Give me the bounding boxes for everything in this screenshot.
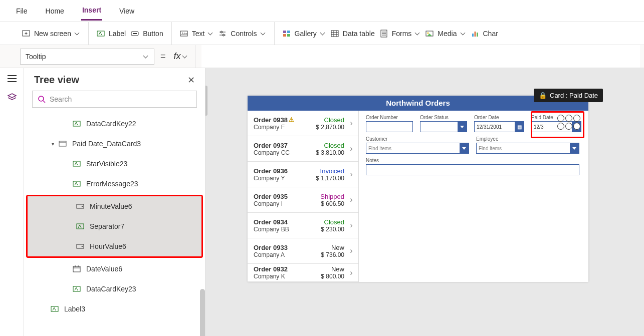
label-customer: Customer [366,136,469,142]
charts-button[interactable]: Char [471,30,498,38]
input-notes[interactable] [366,164,579,175]
tree-item-starvisible23[interactable]: StarVisible23 [24,154,205,174]
order-row[interactable]: Order 0933Company ANew$ 736.00› [248,238,358,264]
order-row[interactable]: Order 0936Company YInvoiced$ 1,170.00› [248,162,358,187]
hamburger-icon[interactable] [8,75,17,82]
search-icon [38,95,46,103]
tree-view-title: Tree view [34,74,79,86]
chevron-down-icon [75,32,80,35]
tree-item-label3[interactable]: Label3 [24,299,205,319]
order-row[interactable]: Order 0934Company BBClosed$ 230.00› [248,213,358,238]
new-screen-button[interactable]: New screen [22,30,80,38]
label-icon [97,30,105,38]
data-table-icon [331,30,339,38]
gallery-icon [283,30,291,38]
lock-icon: 🔒 [539,92,547,99]
chevron-right-icon: › [347,221,355,229]
tree-item-hourvalue6[interactable]: HourValue6 [28,236,201,256]
canvas-scrollbar[interactable] [205,86,207,116]
tree-item-errormessage23[interactable]: ErrorMessage23 [24,174,205,194]
tree-item-paid-date-datacard[interactable]: ▾ Paid Date_DataCard3 [24,134,205,154]
selection-tooltip: 🔒 Card : Paid Date [534,89,603,102]
order-row[interactable]: Order 0932Company KNew$ 800.00› [248,264,358,282]
chevron-down-icon [415,32,420,35]
datepicker-icon [72,264,81,273]
svg-rect-12 [283,31,286,33]
order-row[interactable]: Order 0938⚠Company FClosed$ 2,870.00› [248,111,358,136]
tree-search-input[interactable]: Search [32,91,197,108]
equals-sign: = [160,51,166,62]
menu-insert[interactable]: Insert [81,1,102,21]
input-customer[interactable]: Find items [366,143,469,154]
chevron-down-icon [321,32,326,35]
chevron-down-icon [183,55,188,58]
svg-point-26 [427,32,429,34]
chevron-down-icon [144,55,149,58]
label-icon [76,222,85,231]
svg-line-31 [43,101,45,103]
label-notes: Notes [366,158,581,163]
order-row[interactable]: Order 0935Company IShipped$ 606.50› [248,187,358,213]
forms-button[interactable]: Forms [380,30,421,38]
property-dropdown[interactable]: Tooltip [20,49,154,65]
svg-rect-33 [59,141,66,146]
scrollbar-thumb[interactable] [200,289,205,336]
label-order-status: Order Status [420,115,467,120]
svg-point-30 [39,96,44,101]
gallery-button[interactable]: Gallery [283,30,326,38]
tree-item-separator7[interactable]: Separator7 [28,216,201,236]
formula-input[interactable] [201,45,640,68]
controls-button[interactable]: Controls [219,30,266,38]
menu-home[interactable]: Home [45,2,65,20]
charts-icon [471,30,479,38]
svg-rect-28 [474,32,476,37]
input-order-number[interactable] [366,121,413,132]
text-icon: Abc [180,30,188,38]
svg-rect-14 [283,34,286,37]
svg-rect-5 [133,33,137,34]
chevron-right-icon: › [347,196,355,204]
order-gallery[interactable]: Order 0938⚠Company FClosed$ 2,870.00›Ord… [248,111,359,282]
warning-icon: ⚠ [289,116,294,123]
menu-file[interactable]: File [15,2,29,20]
button-button[interactable]: Button [131,30,163,38]
svg-text:Abc: Abc [181,32,188,36]
input-order-date[interactable]: 12/31/2001▦ [474,121,524,132]
chevron-down-icon [261,32,266,35]
order-row[interactable]: Order 0937Company CCClosed$ 3,810.00› [248,136,358,162]
label-icon [72,119,81,128]
selection-handles[interactable] [557,115,586,129]
svg-rect-27 [472,34,474,37]
menu-view[interactable]: View [118,2,135,20]
text-button[interactable]: Abc Text [180,30,214,38]
tree-item-datacardkey23[interactable]: DataCardKey23 [24,279,205,299]
chevron-right-icon: › [347,170,355,178]
dropdown-arrow-icon [458,122,467,132]
tree-item-minutevalue6[interactable]: MinuteValue6 [28,196,201,216]
tree-item-datevalue6[interactable]: DateValue6 [24,259,205,279]
data-table-button[interactable]: Data table [331,30,375,38]
tree-view-rail-icon[interactable] [7,92,17,102]
dropdown-arrow-icon [460,143,469,153]
caret-down-icon[interactable]: ▾ [50,141,55,147]
new-screen-icon [22,30,30,38]
close-icon[interactable]: ✕ [187,75,195,86]
media-button[interactable]: Media [425,30,466,38]
dropdown-icon [76,202,85,211]
chevron-down-icon [208,32,213,35]
media-icon [425,30,434,38]
label-order-number: Order Number [366,115,413,120]
chevron-right-icon: › [347,145,355,153]
label-order-date: Order Date [474,115,524,120]
button-icon [131,30,139,38]
label-button[interactable]: Label [97,30,126,38]
input-employee[interactable]: Find items [476,143,579,154]
svg-rect-40 [73,266,80,272]
label-icon [72,179,81,188]
dropdown-arrow-icon [570,143,579,153]
dropdown-icon [76,242,85,251]
forms-icon [380,30,388,38]
input-order-status[interactable] [420,121,467,132]
tree-item-datacardkey22[interactable]: DataCardKey22 [24,114,205,134]
fx-button[interactable]: fx [172,45,195,68]
